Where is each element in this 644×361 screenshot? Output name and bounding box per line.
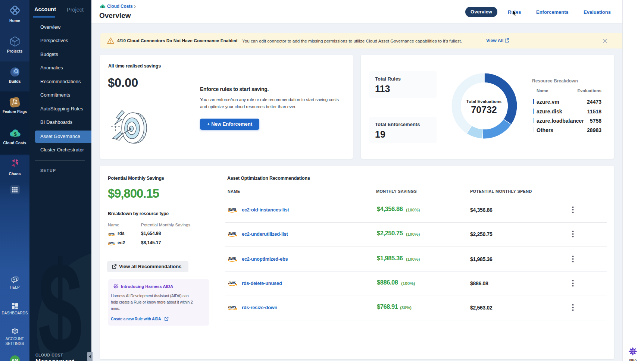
- svg-text:$: $: [14, 131, 17, 137]
- svg-text:$: $: [102, 6, 104, 9]
- svg-text:?: ?: [13, 278, 15, 282]
